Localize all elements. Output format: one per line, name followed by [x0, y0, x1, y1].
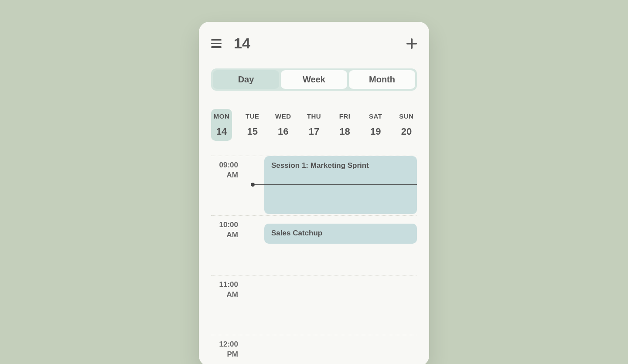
header-left: 14 [211, 35, 250, 52]
calendar-card: 14 Day Week Month MON 14 TUE 15 WED 16 T… [199, 22, 429, 364]
view-tabs: Day Week Month [211, 68, 417, 91]
time-label: 12:00PM [211, 335, 246, 364]
day-number: 15 [247, 126, 257, 137]
events-col [246, 335, 417, 364]
slot-09: 09:00AM Session 1: Marketing Sprint [211, 156, 417, 215]
menu-icon[interactable] [211, 39, 222, 48]
day-number: 20 [401, 126, 412, 137]
time-label: 11:00AM [211, 276, 246, 335]
tab-week[interactable]: Week [281, 70, 347, 89]
events-col [246, 276, 417, 335]
week-row: MON 14 TUE 15 WED 16 THU 17 FRI 18 SAT 1… [211, 109, 417, 141]
time-label: 09:00AM [211, 156, 246, 215]
dow-label: FRI [339, 112, 351, 120]
day-wed[interactable]: WED 16 [273, 109, 294, 141]
day-fri[interactable]: FRI 18 [334, 109, 355, 141]
current-time-dot [251, 183, 255, 187]
events-col: Sales Catchup [246, 216, 417, 275]
time-label: 10:00AM [211, 216, 246, 275]
dow-label: THU [307, 112, 321, 120]
day-thu[interactable]: THU 17 [304, 109, 324, 141]
dow-label: TUE [246, 112, 259, 120]
event-sales-catchup[interactable]: Sales Catchup [264, 224, 417, 244]
day-number: 16 [278, 126, 288, 137]
dow-label: SAT [369, 112, 382, 120]
timeline: 09:00AM Session 1: Marketing Sprint 10:0… [211, 156, 417, 364]
slot-11: 11:00AM [211, 275, 417, 335]
slot-10: 10:00AM Sales Catchup [211, 215, 417, 275]
day-mon[interactable]: MON 14 [211, 109, 232, 141]
add-icon[interactable] [406, 38, 417, 49]
dow-label: WED [275, 112, 291, 120]
tab-month[interactable]: Month [349, 70, 415, 89]
dow-label: MON [214, 112, 230, 120]
day-number: 18 [339, 126, 350, 137]
day-number: 19 [370, 126, 381, 137]
header: 14 [211, 35, 417, 52]
day-number: 17 [309, 126, 319, 137]
dow-label: SUN [399, 112, 413, 120]
event-marketing-sprint[interactable]: Session 1: Marketing Sprint [264, 156, 417, 214]
events-col: Session 1: Marketing Sprint [246, 156, 417, 215]
day-sat[interactable]: SAT 19 [365, 109, 386, 141]
day-sun[interactable]: SUN 20 [396, 109, 417, 141]
day-tue[interactable]: TUE 15 [242, 109, 263, 141]
header-date: 14 [234, 35, 250, 52]
current-time-indicator [253, 184, 417, 185]
day-number: 14 [216, 126, 227, 137]
tab-day[interactable]: Day [213, 70, 279, 89]
slot-12: 12:00PM [211, 335, 417, 364]
